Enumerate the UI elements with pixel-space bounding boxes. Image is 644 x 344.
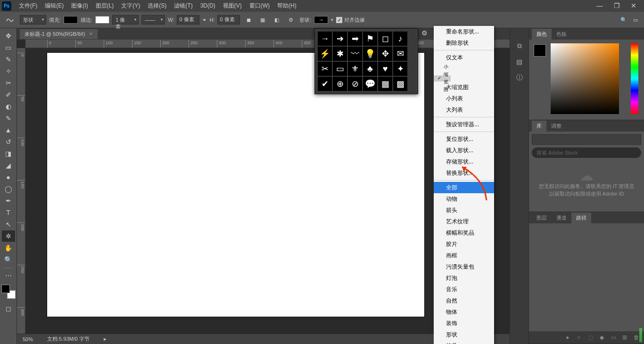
tab-swatches[interactable]: 色板 xyxy=(552,29,571,40)
align-edges-checkbox[interactable]: ✓ xyxy=(336,17,342,23)
fill-path-icon[interactable]: ● xyxy=(566,334,572,341)
shape-cell[interactable]: ♪ xyxy=(393,32,407,46)
menu-save-shapes[interactable]: 存储形状... xyxy=(434,156,494,167)
menu-objects[interactable]: 物体 xyxy=(434,306,494,318)
custom-shape-tool-icon[interactable]: ✲ xyxy=(2,230,15,242)
shape-picker-swatch[interactable]: → xyxy=(314,16,328,24)
shape-cell[interactable]: ▦ xyxy=(378,77,392,91)
menu-replace-shapes[interactable]: 替换形状... xyxy=(434,167,494,179)
add-mask-icon[interactable]: ▭ xyxy=(611,334,618,341)
tab-paths[interactable]: 路径 xyxy=(571,213,591,223)
shape-cell[interactable]: ⚑ xyxy=(363,32,377,46)
shape-picker-chevron-icon[interactable]: ▾ xyxy=(331,17,333,22)
history-panel-icon[interactable]: ⧉ xyxy=(513,41,526,51)
selection-from-path-icon[interactable]: ◌ xyxy=(588,334,595,341)
zoom-value[interactable]: 50% xyxy=(23,336,33,342)
menu-delete-shape[interactable]: 删除形状 xyxy=(434,37,494,49)
menu-small-thumb[interactable]: 小缩览图 xyxy=(434,75,451,82)
move-tool-icon[interactable]: ✥ xyxy=(2,30,15,41)
menu-grime[interactable]: 污渍矢量包 xyxy=(434,261,494,272)
shape-cell[interactable]: ♣ xyxy=(363,62,377,76)
healing-tool-icon[interactable]: ◐ xyxy=(2,101,15,112)
maximize-icon[interactable]: ❐ xyxy=(608,0,625,12)
gradient-tool-icon[interactable]: ◢ xyxy=(2,160,15,171)
menu-image[interactable]: 图像(I) xyxy=(67,0,91,12)
menu-window[interactable]: 窗口(W) xyxy=(246,0,273,12)
stamp-tool-icon[interactable]: ▲ xyxy=(2,124,15,136)
edit-toolbar-icon[interactable]: ⋯ xyxy=(2,270,15,281)
shape-cell[interactable]: 〰 xyxy=(348,47,362,61)
color-field[interactable] xyxy=(551,43,619,114)
search-icon[interactable]: 🔍 xyxy=(620,17,627,23)
info-panel-icon[interactable]: ⓘ xyxy=(513,73,526,83)
tab-layers[interactable]: 图层 xyxy=(532,213,552,223)
tab-channels[interactable]: 通道 xyxy=(552,213,571,223)
hand-tool-icon[interactable]: ✋ xyxy=(2,242,15,254)
menu-type[interactable]: 文字(Y) xyxy=(117,0,144,12)
menu-help[interactable]: 帮助(H) xyxy=(273,0,300,12)
menu-preset-manager[interactable]: 预设管理器... xyxy=(434,119,494,130)
history-brush-tool-icon[interactable]: ↺ xyxy=(2,136,15,147)
menu-lights[interactable]: 灯泡 xyxy=(434,272,494,284)
shape-cell[interactable]: 💡 xyxy=(363,47,377,61)
eyedropper-tool-icon[interactable]: ✐ xyxy=(2,89,15,100)
brush-tool-icon[interactable]: ✎ xyxy=(2,113,15,124)
menu-3d[interactable]: 3D(D) xyxy=(197,0,219,12)
shape-cell[interactable]: ⊕ xyxy=(333,77,347,91)
type-tool-icon[interactable]: T xyxy=(2,207,15,218)
menu-animals[interactable]: 动物 xyxy=(434,193,494,205)
menu-file[interactable]: 文件(F) xyxy=(15,0,41,12)
pen-tool-icon[interactable]: ✒ xyxy=(2,195,15,206)
menu-load-shapes[interactable]: 载入形状... xyxy=(434,145,494,156)
menu-music[interactable]: 音乐 xyxy=(434,284,494,295)
menu-symbols[interactable]: 符号 xyxy=(434,340,494,344)
lasso-tool-icon[interactable]: ✎ xyxy=(2,54,15,65)
quickmask-icon[interactable]: ◻ xyxy=(2,303,15,314)
zoom-tool-icon[interactable]: 🔍 xyxy=(2,254,15,265)
tab-color[interactable]: 颜色 xyxy=(532,29,552,40)
menu-shapes[interactable]: 形状 xyxy=(434,329,494,340)
link-icon[interactable]: ⚭ xyxy=(202,17,206,23)
arrange-icon[interactable]: ◧ xyxy=(271,14,282,25)
doc-info[interactable]: 文档:5.93M/0 字节 xyxy=(47,336,90,343)
shape-cell[interactable]: ✦ xyxy=(393,62,407,76)
height-input[interactable]: 0 像素 xyxy=(217,15,240,25)
shape-cell[interactable]: ⚜ xyxy=(348,62,362,76)
crop-tool-icon[interactable]: ✂ xyxy=(2,77,15,89)
menu-frames[interactable]: 画框 xyxy=(434,250,494,261)
shape-cell[interactable]: 💬 xyxy=(363,77,377,91)
menu-large-thumb[interactable]: 大缩览图 xyxy=(434,82,494,93)
shape-cell[interactable]: ✉ xyxy=(393,47,407,61)
properties-panel-icon[interactable]: ▤ xyxy=(513,57,526,67)
fill-swatch[interactable] xyxy=(64,16,78,24)
shape-cell[interactable]: ⚡ xyxy=(318,47,332,61)
doc-info-chevron-icon[interactable]: ▸ xyxy=(104,336,107,342)
foreground-background-swatch[interactable] xyxy=(1,285,16,299)
close-icon[interactable]: ✕ xyxy=(625,0,642,12)
gear-icon[interactable]: ⚙ xyxy=(285,14,297,25)
menu-all[interactable]: 全部 xyxy=(434,182,494,193)
menu-ornaments[interactable]: 装饰 xyxy=(434,318,494,329)
document-tab[interactable]: 未标题-1 @ 50%(RGB/8#) ✕ xyxy=(20,29,98,39)
menu-nature[interactable]: 自然 xyxy=(434,295,494,306)
dodge-tool-icon[interactable]: ◯ xyxy=(2,183,15,195)
menu-layer[interactable]: 图层(L) xyxy=(92,0,118,12)
path-operations-icon[interactable]: ◼ xyxy=(243,14,254,25)
menu-text-only[interactable]: 仅文本 xyxy=(434,52,494,63)
tab-libraries[interactable]: 库 xyxy=(532,121,546,131)
library-search-input[interactable]: 搜索 Adobe Stock xyxy=(532,147,641,158)
shape-mode-dropdown[interactable]: 形状 xyxy=(20,15,46,25)
path-select-tool-icon[interactable]: ↖ xyxy=(2,219,15,230)
align-icon[interactable]: ▦ xyxy=(257,14,268,25)
shape-cell[interactable]: ⊘ xyxy=(348,77,362,91)
blur-tool-icon[interactable]: ● xyxy=(2,172,15,183)
shape-cell[interactable]: ▭ xyxy=(333,62,347,76)
stroke-style-dropdown[interactable]: —— xyxy=(141,15,165,25)
tool-shape-icon[interactable] xyxy=(3,15,17,25)
tab-close-icon[interactable]: ✕ xyxy=(89,32,93,36)
shape-cell[interactable]: ♥ xyxy=(378,62,392,76)
shape-cell[interactable]: ◻ xyxy=(378,32,392,46)
color-current-swatch[interactable] xyxy=(534,44,546,57)
marquee-tool-icon[interactable]: ▭ xyxy=(2,42,15,53)
stroke-width-dropdown[interactable]: 1 像素 xyxy=(112,15,139,25)
